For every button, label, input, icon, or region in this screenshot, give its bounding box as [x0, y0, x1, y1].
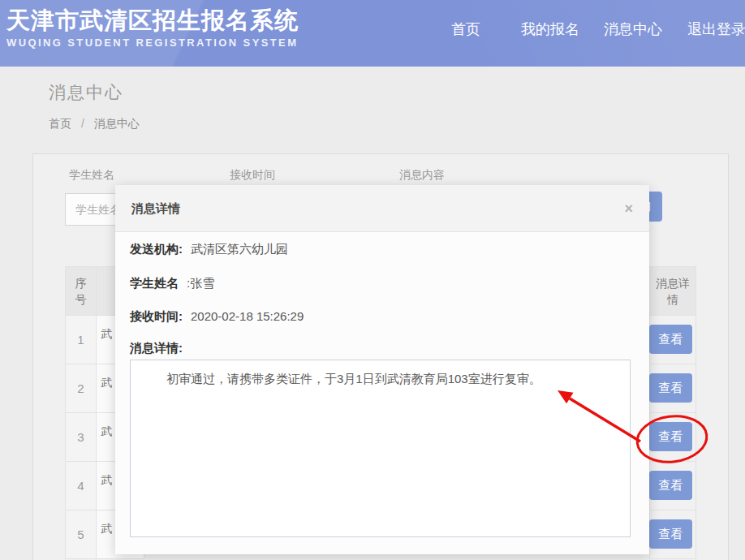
field-value: 武清区第六幼儿园: [191, 242, 288, 256]
view-button-row1[interactable]: 查看: [649, 325, 692, 354]
field-receive-time: 接收时间:2020-02-18 15:26:29: [130, 309, 304, 325]
brand-logo: 天津市武清区招生报名系统 WUQING STUDENT REGISTRATION…: [6, 6, 299, 49]
breadcrumb-current: 消息中心: [94, 117, 140, 130]
message-text: 初审通过，请携带多类证件，于3月1日到武清教育局103室进行复审。: [142, 370, 618, 388]
filter-label-receive-time: 接收时间: [230, 168, 275, 183]
field-label: 接收时间:: [130, 309, 183, 323]
breadcrumb-separator: /: [81, 117, 84, 130]
field-label: 消息详情:: [130, 341, 183, 355]
view-button-row3-highlighted[interactable]: 查看: [649, 422, 692, 451]
app-window: 天津市武清区招生报名系统 WUQING STUDENT REGISTRATION…: [0, 0, 745, 560]
field-student-name: 学生姓名:张雪: [130, 276, 214, 291]
table-cell-index: 5: [65, 510, 97, 559]
table-header-index: 序号: [65, 266, 97, 316]
top-navigation-bar: 天津市武清区招生报名系统 WUQING STUDENT REGISTRATION…: [0, 0, 745, 67]
system-subtitle: WUQING STUDENT REGISTRATION SYSTEM: [6, 37, 299, 49]
filter-label-student-name: 学生姓名: [69, 168, 114, 183]
system-title: 天津市武清区招生报名系统: [6, 6, 299, 34]
modal-header: 消息详情 ×: [115, 185, 649, 232]
table-cell-index: 3: [65, 412, 97, 462]
table-header-detail: 消息详情: [649, 266, 696, 316]
close-icon[interactable]: ×: [624, 185, 633, 232]
view-button-row4[interactable]: 查看: [649, 471, 692, 500]
field-sender-org: 发送机构:武清区第六幼儿园: [130, 242, 288, 257]
field-label: 学生姓名: [130, 276, 179, 290]
field-label: 发送机构:: [130, 242, 183, 256]
breadcrumb: 首页 / 消息中心: [49, 117, 140, 131]
message-text-box: 初审通过，请携带多类证件，于3月1日到武清教育局103室进行复审。: [130, 360, 631, 537]
modal-title: 消息详情: [131, 185, 180, 232]
breadcrumb-home-link[interactable]: 首页: [49, 117, 71, 130]
table-cell-index: 2: [65, 364, 97, 413]
view-button-row5[interactable]: 查看: [649, 519, 692, 549]
field-value: :张雪: [187, 276, 214, 290]
nav-my-registration[interactable]: 我的报名: [521, 19, 579, 39]
table-cell-index: 1: [65, 315, 97, 364]
nav-message-center[interactable]: 消息中心: [604, 19, 662, 39]
page-title: 消息中心: [49, 81, 123, 104]
nav-logout[interactable]: 退出登录: [687, 19, 745, 39]
field-value: 2020-02-18 15:26:29: [191, 309, 304, 323]
field-message-detail: 消息详情:: [130, 341, 183, 356]
nav-home[interactable]: 首页: [451, 19, 480, 39]
filter-label-message-content: 消息内容: [399, 168, 445, 183]
message-detail-modal: 消息详情 × 发送机构:武清区第六幼儿园 学生姓名:张雪 接收时间:2020-0…: [115, 185, 649, 554]
table-cell-index: 4: [65, 461, 97, 510]
view-button-row2[interactable]: 查看: [649, 373, 692, 403]
